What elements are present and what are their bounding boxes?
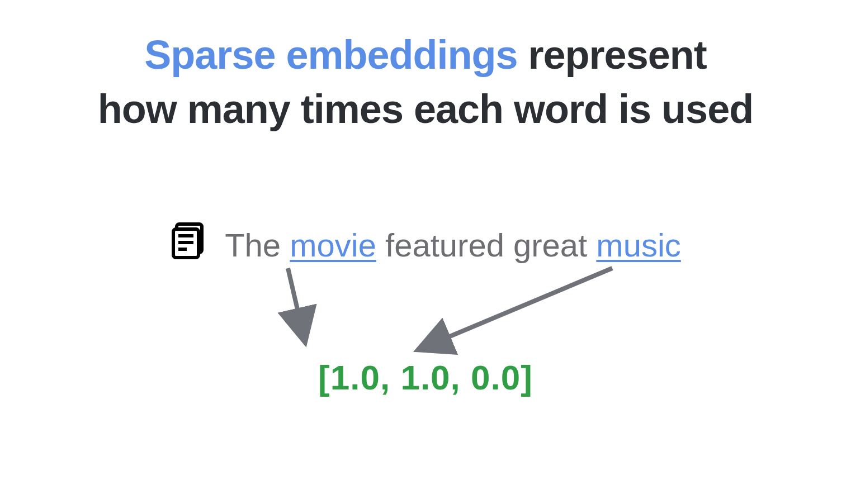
- heading-rest-line1: represent: [518, 32, 707, 77]
- arrow-movie-to-vector: [288, 268, 305, 341]
- embedding-vector: [1.0, 1.0, 0.0]: [0, 358, 851, 397]
- sentence-keyword-movie: movie: [290, 227, 376, 263]
- slide-heading: Sparse embeddings represent how many tim…: [0, 28, 851, 136]
- heading-highlight: Sparse embeddings: [144, 32, 517, 77]
- example-sentence: The movie featured great music: [0, 221, 851, 268]
- heading-line2: how many times each word is used: [98, 87, 753, 131]
- slide: Sparse embeddings represent how many tim…: [0, 0, 851, 504]
- document-icon: [170, 221, 210, 268]
- sentence-word-2: featured great: [376, 227, 596, 263]
- arrow-music-to-vector: [419, 268, 612, 349]
- sentence-word-1: The: [225, 227, 290, 263]
- sentence-keyword-music: music: [596, 227, 680, 263]
